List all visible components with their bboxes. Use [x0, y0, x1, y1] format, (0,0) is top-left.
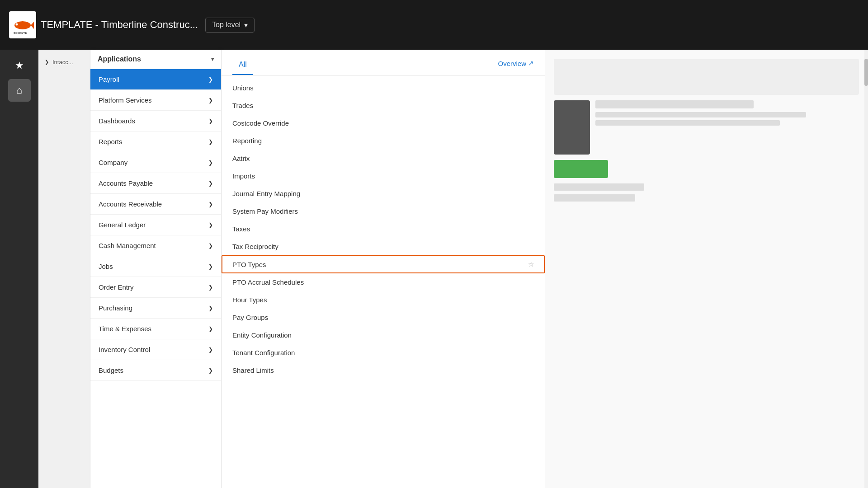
app-item-arrow: ❯	[208, 243, 213, 249]
svg-text:SOCKEYE: SOCKEYE	[14, 32, 27, 34]
app-item-arrow: ❯	[208, 263, 213, 270]
submenu-list: UnionsTradesCostcode OverrideReportingAa…	[222, 75, 545, 383]
overview-label: Overview	[498, 60, 526, 67]
submenu-item-imports[interactable]: Imports	[222, 167, 545, 185]
app-item-label: Inventory Control	[99, 346, 150, 353]
submenu-item-label: Imports	[232, 172, 255, 180]
submenu-item-label: Tax Reciprocity	[232, 243, 278, 250]
app-item-label: Time & Expenses	[99, 325, 151, 333]
company-title: TEMPLATE - Timberline Construc...	[41, 19, 198, 31]
bg-content	[545, 50, 868, 488]
app-item-order-entry[interactable]: Order Entry ❯	[90, 277, 221, 298]
content-area	[545, 50, 868, 488]
app-item-arrow: ❯	[208, 76, 213, 83]
star-favorite-icon[interactable]: ☆	[528, 260, 534, 268]
app-item-arrow: ❯	[208, 326, 213, 332]
submenu-item-shared-limits[interactable]: Shared Limits	[222, 361, 545, 379]
scrollbar-track[interactable]	[864, 50, 868, 488]
home-icon[interactable]: ⌂	[8, 79, 31, 102]
app-item-jobs[interactable]: Jobs ❯	[90, 256, 221, 277]
submenu-item-pto-accrual-schedules[interactable]: PTO Accrual Schedules	[222, 273, 545, 291]
overview-icon: ↗	[528, 59, 534, 67]
apps-header[interactable]: Applications ▾	[90, 50, 221, 69]
app-item-budgets[interactable]: Budgets ❯	[90, 360, 221, 381]
app-item-label: Order Entry	[99, 283, 134, 291]
app-item-arrow: ❯	[208, 118, 213, 124]
submenu-item-label: Trades	[232, 102, 253, 109]
favorites-icon[interactable]: ★	[8, 54, 31, 77]
sidebar-collapsed: ❯ Intacc...	[38, 50, 90, 488]
submenu-item-label: Reporting	[232, 137, 262, 145]
app-item-purchasing[interactable]: Purchasing ❯	[90, 298, 221, 319]
app-item-time-&-expenses[interactable]: Time & Expenses ❯	[90, 319, 221, 339]
submenu-item-tax-reciprocity[interactable]: Tax Reciprocity	[222, 238, 545, 255]
app-item-general-ledger[interactable]: General Ledger ❯	[90, 215, 221, 235]
sidebar-chevron: ❯	[45, 59, 49, 65]
app-item-label: Dashboards	[99, 117, 135, 125]
app-item-label: Payroll	[99, 75, 119, 83]
submenu-panel: All Overview ↗ UnionsTradesCostcode Over…	[222, 50, 545, 488]
app-item-arrow: ❯	[208, 97, 213, 103]
main-area: ★ ⌂ ❯ Intacc... Applications ▾ Payroll ❯…	[0, 50, 868, 488]
app-item-label: Accounts Payable	[99, 179, 153, 187]
app-item-label: Accounts Receivable	[99, 200, 162, 208]
app-item-cash-management[interactable]: Cash Management ❯	[90, 235, 221, 256]
app-item-arrow: ❯	[208, 160, 213, 166]
app-item-arrow: ❯	[208, 284, 213, 291]
app-item-label: Purchasing	[99, 304, 132, 312]
submenu-item-label: PTO Accrual Schedules	[232, 278, 304, 286]
app-item-label: Jobs	[99, 263, 113, 270]
sidebar-label: Intacc...	[52, 59, 73, 66]
all-tab[interactable]: All	[232, 56, 253, 75]
submenu-item-label: Aatrix	[232, 155, 250, 162]
submenu-item-label: Journal Entry Mapping	[232, 190, 300, 197]
app-item-label: Budgets	[99, 366, 123, 374]
overview-link[interactable]: Overview ↗	[498, 59, 534, 72]
app-item-payroll[interactable]: Payroll ❯	[90, 69, 221, 90]
app-item-arrow: ❯	[208, 201, 213, 207]
submenu-item-pto-types[interactable]: PTO Types☆	[222, 255, 545, 273]
apps-header-chevron: ▾	[211, 56, 214, 62]
submenu-item-label: Taxes	[232, 225, 250, 233]
submenu-item-journal-entry-mapping[interactable]: Journal Entry Mapping	[222, 185, 545, 202]
app-item-accounts-payable[interactable]: Accounts Payable ❯	[90, 173, 221, 194]
svg-point-3	[16, 23, 18, 26]
submenu-item-label: Pay Groups	[232, 314, 268, 321]
app-item-arrow: ❯	[208, 305, 213, 311]
app-item-dashboards[interactable]: Dashboards ❯	[90, 111, 221, 131]
sidebar-intacct[interactable]: ❯ Intacc...	[38, 54, 90, 70]
logo-image: SOCKEYE	[9, 11, 36, 38]
submenu-item-trades[interactable]: Trades	[222, 97, 545, 114]
submenu-item-taxes[interactable]: Taxes	[222, 220, 545, 238]
submenu-item-label: Tenant Configuration	[232, 349, 295, 357]
apps-list: Payroll ❯ Platform Services ❯ Dashboards…	[90, 69, 221, 381]
top-level-button[interactable]: Top level ▾	[205, 18, 255, 33]
app-item-reports[interactable]: Reports ❯	[90, 131, 221, 152]
app-item-company[interactable]: Company ❯	[90, 152, 221, 173]
app-item-arrow: ❯	[208, 139, 213, 145]
app-item-label: Cash Management	[99, 242, 156, 249]
app-item-platform-services[interactable]: Platform Services ❯	[90, 90, 221, 111]
submenu-item-label: Entity Configuration	[232, 331, 292, 339]
icon-rail: ★ ⌂	[0, 50, 38, 488]
top-level-label: Top level	[212, 21, 241, 29]
app-item-accounts-receivable[interactable]: Accounts Receivable ❯	[90, 194, 221, 215]
submenu-item-unions[interactable]: Unions	[222, 79, 545, 97]
top-level-chevron: ▾	[244, 21, 248, 29]
submenu-item-hour-types[interactable]: Hour Types	[222, 291, 545, 309]
app-item-arrow: ❯	[208, 367, 213, 374]
submenu-item-system-pay-modifiers[interactable]: System Pay Modifiers	[222, 202, 545, 220]
submenu-item-aatrix[interactable]: Aatrix	[222, 150, 545, 167]
submenu-item-label: PTO Types	[232, 261, 266, 268]
top-bar: SOCKEYE TEMPLATE - Timberline Construc..…	[0, 0, 868, 50]
submenu-item-costcode-override[interactable]: Costcode Override	[222, 114, 545, 132]
app-item-inventory-control[interactable]: Inventory Control ❯	[90, 339, 221, 360]
scrollbar-thumb[interactable]	[864, 59, 868, 86]
submenu-item-pay-groups[interactable]: Pay Groups	[222, 309, 545, 326]
logo-area: SOCKEYE TEMPLATE - Timberline Construc..…	[9, 11, 198, 38]
app-item-label: Reports	[99, 138, 123, 145]
submenu-item-tenant-configuration[interactable]: Tenant Configuration	[222, 344, 545, 361]
app-item-label: General Ledger	[99, 221, 146, 229]
submenu-item-entity-configuration[interactable]: Entity Configuration	[222, 326, 545, 344]
submenu-item-reporting[interactable]: Reporting	[222, 132, 545, 150]
